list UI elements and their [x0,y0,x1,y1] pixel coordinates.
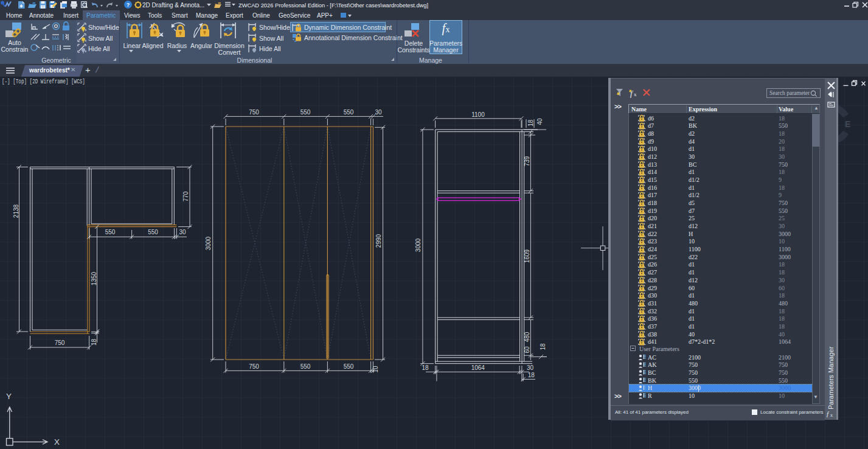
svg-text:x: x [830,412,833,418]
svg-text:770: 770 [182,191,189,201]
svg-text:550: 550 [344,109,354,116]
svg-text:3000: 3000 [415,238,422,252]
svg-text:550: 550 [105,229,116,235]
svg-text:f: f [827,410,830,417]
svg-text:10: 10 [372,366,379,373]
svg-text:18: 18 [528,372,535,378]
svg-text:18: 18 [422,364,429,371]
svg-text:480: 480 [524,332,530,342]
svg-text:1100: 1100 [471,111,485,118]
svg-text:750: 750 [55,339,65,346]
svg-text:1609: 1609 [524,249,530,263]
svg-text:30: 30 [375,109,382,116]
svg-text:?: ? [127,2,130,8]
svg-text:x: x [634,91,637,97]
svg-text:750: 750 [249,363,259,370]
svg-text:60: 60 [524,346,530,353]
svg-text:40: 40 [536,118,543,125]
svg-text:550: 550 [300,109,311,116]
svg-text:Y: Y [6,392,12,401]
svg-text:30: 30 [527,364,534,371]
svg-text:Parameters Manager: Parameters Manager [827,346,835,409]
svg-text:X: X [54,437,60,447]
svg-text:2138: 2138 [13,204,19,218]
svg-text:18: 18 [527,119,534,127]
svg-text:E: E [845,119,850,129]
svg-text:3000: 3000 [205,236,212,250]
svg-text:1350: 1350 [91,271,97,285]
svg-text:750: 750 [249,109,259,116]
svg-text:550: 550 [300,363,311,370]
svg-text:18: 18 [540,343,546,350]
svg-text:2990: 2990 [375,234,382,248]
svg-text:30: 30 [179,229,186,235]
svg-text:550: 550 [344,363,354,370]
svg-text:739: 739 [524,156,530,166]
svg-text:550: 550 [148,229,158,235]
svg-text:1064: 1064 [471,364,485,371]
svg-text:18: 18 [91,339,97,346]
